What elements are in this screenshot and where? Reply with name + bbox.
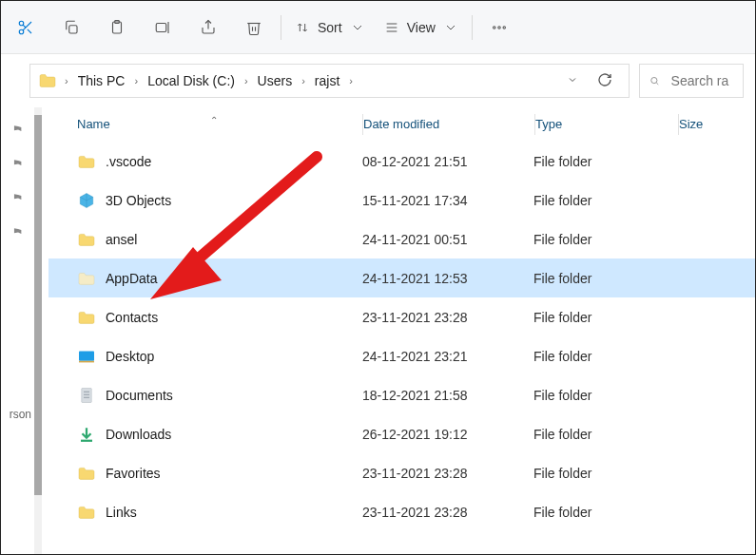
svg-rect-23	[82, 388, 92, 402]
chevron-down-icon	[350, 20, 365, 35]
table-row[interactable]: Downloads26-12-2021 19:12File folder	[48, 414, 755, 453]
svg-line-4	[23, 25, 26, 28]
search-input[interactable]	[669, 72, 733, 89]
file-date: 23-11-2021 23:28	[362, 310, 533, 325]
desktop-icon	[77, 348, 96, 365]
rename-button[interactable]	[140, 9, 185, 47]
column-header-date[interactable]: Date modified	[363, 117, 534, 131]
command-bar: Sort View	[1, 1, 755, 54]
breadcrumb-item[interactable]: rajst	[313, 73, 341, 88]
table-row[interactable]: Documents18-12-2021 21:58File folder	[48, 375, 755, 414]
search-icon	[649, 74, 660, 87]
pin-icon[interactable]	[10, 123, 23, 136]
file-type: File folder	[533, 232, 676, 247]
scrollbar-thumb[interactable]	[34, 115, 42, 495]
file-name: Contacts	[106, 310, 158, 325]
table-row[interactable]: 3D Objects15-11-2021 17:34File folder	[48, 181, 755, 220]
svg-rect-5	[69, 25, 77, 32]
table-row[interactable]: .vscode08-12-2021 21:51File folder	[48, 142, 755, 181]
sort-label: Sort	[318, 20, 342, 35]
copy-icon	[63, 19, 80, 36]
svg-point-17	[498, 26, 500, 28]
delete-button[interactable]	[231, 9, 277, 47]
sort-menu-button[interactable]: Sort	[285, 9, 375, 47]
download-icon	[77, 426, 96, 443]
copy-button[interactable]	[48, 9, 94, 47]
file-date: 24-11-2021 00:51	[362, 232, 533, 247]
column-header-name[interactable]: Name ⌃	[48, 117, 362, 131]
file-name: .vscode	[106, 154, 151, 169]
folder-icon	[38, 73, 57, 88]
file-type: File folder	[533, 388, 676, 403]
svg-rect-21	[79, 351, 94, 360]
file-name: Favorites	[106, 466, 161, 481]
breadcrumb[interactable]: › This PC › Local Disk (C:) › Users › ra…	[29, 64, 630, 98]
view-menu-button[interactable]: View	[375, 9, 468, 47]
share-button[interactable]	[185, 9, 231, 47]
more-button[interactable]	[476, 9, 522, 47]
chevron-right-icon[interactable]: ›	[298, 75, 309, 86]
toolbar-separator	[281, 15, 281, 40]
column-header-size[interactable]: Size	[679, 117, 755, 131]
table-row[interactable]: AppData24-11-2021 12:53File folder	[48, 258, 755, 297]
chevron-right-icon[interactable]: ›	[241, 75, 252, 86]
refresh-button[interactable]	[589, 72, 621, 90]
file-type: File folder	[533, 349, 676, 364]
file-name: Downloads	[106, 427, 171, 442]
file-name: Desktop	[106, 349, 154, 364]
file-date: 24-11-2021 12:53	[362, 271, 533, 286]
chevron-down-icon	[443, 20, 458, 35]
trash-icon	[245, 19, 262, 36]
search-box[interactable]	[639, 64, 744, 98]
svg-point-0	[19, 21, 24, 26]
cut-button[interactable]	[3, 9, 48, 47]
file-name: Documents	[106, 388, 173, 403]
svg-point-16	[493, 26, 494, 28]
file-name: AppData	[106, 271, 157, 286]
folder-dim-icon	[77, 270, 96, 287]
pin-icon[interactable]	[10, 157, 23, 170]
clipboard-icon	[108, 19, 126, 36]
svg-rect-8	[156, 23, 166, 31]
svg-point-18	[503, 26, 505, 28]
folder-icon	[77, 231, 96, 248]
file-date: 08-12-2021 21:51	[362, 154, 533, 169]
file-name: Links	[106, 505, 137, 520]
navigation-pane: rson	[1, 107, 31, 555]
chevron-right-icon[interactable]: ›	[61, 75, 72, 86]
table-row[interactable]: Desktop24-11-2021 23:21File folder	[48, 336, 755, 375]
folder-icon	[77, 309, 96, 326]
column-headers: Name ⌃ Date modified Type Size	[48, 107, 755, 142]
pin-icon[interactable]	[10, 191, 23, 204]
ellipsis-icon	[491, 19, 508, 36]
paste-button[interactable]	[94, 9, 140, 47]
file-date: 24-11-2021 23:21	[362, 349, 533, 364]
breadcrumb-item[interactable]: Local Disk (C:)	[145, 73, 237, 88]
breadcrumb-item[interactable]: Users	[256, 73, 295, 88]
breadcrumb-history-button[interactable]	[560, 73, 585, 88]
file-date: 23-11-2021 23:28	[362, 505, 533, 520]
folder-icon	[77, 153, 96, 170]
table-row[interactable]: ansel24-11-2021 00:51File folder	[48, 220, 755, 258]
table-row[interactable]: Favorites23-11-2021 23:28File folder	[48, 453, 755, 492]
folder-icon	[77, 465, 96, 482]
cube-icon	[77, 192, 96, 209]
column-header-type[interactable]: Type	[535, 117, 678, 131]
scrollbar[interactable]	[31, 107, 45, 555]
sort-indicator-icon: ⌃	[210, 115, 218, 125]
chevron-right-icon[interactable]: ›	[345, 75, 357, 86]
table-row[interactable]: Links23-11-2021 23:28File folder	[48, 492, 755, 531]
view-icon	[384, 20, 399, 35]
rename-icon	[154, 19, 171, 36]
nav-item-partial[interactable]: rson	[0, 408, 31, 421]
pin-icon[interactable]	[10, 225, 23, 239]
file-type: File folder	[533, 505, 676, 520]
breadcrumb-item[interactable]: This PC	[76, 73, 127, 88]
chevron-right-icon[interactable]: ›	[130, 75, 142, 86]
svg-line-3	[28, 29, 31, 32]
file-type: File folder	[533, 466, 676, 481]
file-date: 15-11-2021 17:34	[362, 193, 533, 208]
file-type: File folder	[533, 271, 676, 286]
table-row[interactable]: Contacts23-11-2021 23:28File folder	[48, 297, 755, 336]
folder-icon	[77, 504, 96, 521]
